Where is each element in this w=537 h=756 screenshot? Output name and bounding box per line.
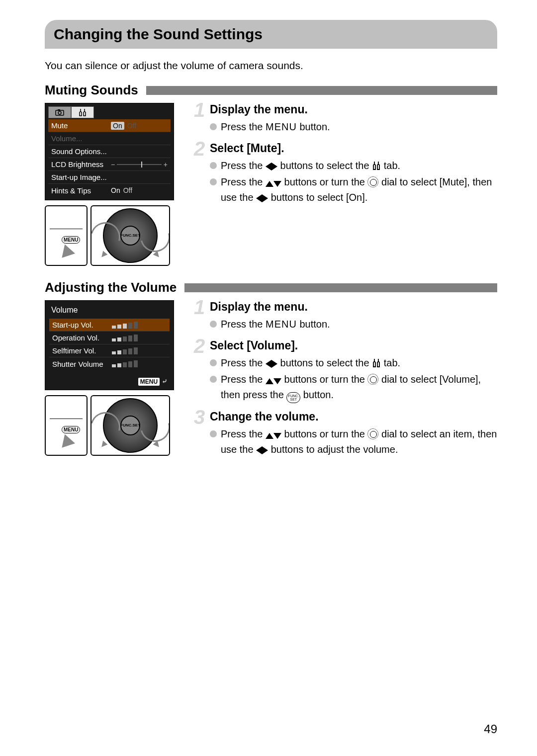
step-title: Select [Mute]. <box>210 142 497 155</box>
menu-text-icon: MENU <box>266 121 297 132</box>
step-title: Display the menu. <box>210 300 497 314</box>
lcd-row: LCD Brightness−+ <box>48 158 171 171</box>
volume-bars <box>112 360 138 367</box>
bullet-text: Press the MENU button. <box>221 317 330 332</box>
volume-bars <box>112 347 138 354</box>
lcd-row-label: Start-up Vol. <box>52 321 112 329</box>
menu-text-icon: MENU <box>266 319 297 330</box>
instruction-step: 1Display the menu.Press the MENU button. <box>197 300 497 332</box>
menu-back: MENU ⤶ <box>49 377 170 386</box>
tab-camera-icon <box>48 106 71 118</box>
left-right-icon <box>256 445 268 455</box>
arrow-up-icon <box>58 432 75 447</box>
svg-rect-2 <box>58 109 60 111</box>
instruction-step: 2Select [Volume].Press the buttons to se… <box>197 339 497 403</box>
lcd-row: Shutter Volume <box>49 357 170 370</box>
control-dial-illustration: FUNC.SET <box>90 395 170 456</box>
lcd-row: Start-up Vol. <box>49 319 170 332</box>
up-down-icon <box>266 431 281 441</box>
tools-icon <box>372 358 381 368</box>
step-bullet: Press the MENU button. <box>210 317 497 332</box>
step-number: 2 <box>194 335 205 357</box>
control-dial-illustration: FUNC.SET <box>90 205 170 266</box>
section-divider-bar <box>146 86 497 95</box>
section2-title: Adjusting the Volume <box>45 280 177 295</box>
section-divider-bar <box>184 283 497 292</box>
lcd-row-label: Start-up Image... <box>51 173 111 181</box>
step-bullet: Press the buttons or turn the dial to se… <box>210 174 497 205</box>
lcd-row-value: OnOff <box>111 186 132 194</box>
instruction-step: 3Change the volume.Press the buttons or … <box>197 410 497 457</box>
brightness-slider: −+ <box>111 162 168 168</box>
step-title: Display the menu. <box>210 103 497 116</box>
lcd-row-label: LCD Brightness <box>51 160 111 168</box>
bullet-text: Press the buttons or turn the dial to se… <box>221 426 497 457</box>
arrow-up-icon <box>58 242 75 257</box>
control-dial-icon <box>367 176 378 187</box>
instruction-step: 1Display the menu.Press the MENU button. <box>197 103 497 135</box>
step-number: 2 <box>194 138 205 160</box>
lcd-row: Sound Options... <box>48 145 171 158</box>
step-bullet: Press the MENU button. <box>210 119 497 135</box>
step-number: 1 <box>194 99 205 121</box>
control-dial-icon <box>367 428 378 439</box>
step-bullet: Press the buttons or turn the dial to se… <box>210 372 497 403</box>
volume-title: Volume <box>51 306 170 315</box>
up-down-icon <box>266 376 281 386</box>
page-title: Changing the Sound Settings <box>45 20 497 49</box>
step-number: 1 <box>194 296 205 319</box>
bullet-icon <box>210 359 217 366</box>
lcd-row-label: Hints & Tips <box>51 186 111 195</box>
step-bullet: Press the buttons to select the tab. <box>210 158 497 173</box>
bullet-text: Press the buttons or turn the dial to se… <box>221 372 497 403</box>
left-right-icon <box>266 359 277 369</box>
step-title: Select [Volume]. <box>210 339 497 352</box>
volume-bars <box>112 322 138 329</box>
bullet-icon <box>210 430 217 437</box>
lcd-row-label: Shutter Volume <box>52 360 112 368</box>
tab-tools-icon <box>71 106 94 118</box>
bullet-icon <box>210 123 217 130</box>
lcd-row: Start-up Image... <box>48 171 171 184</box>
bullet-icon <box>210 376 217 383</box>
lcd-row-label: Sound Options... <box>51 147 111 156</box>
lcd-row-label: Mute <box>51 121 111 130</box>
func-set-icon: FUNC.SET <box>286 392 300 403</box>
tools-icon <box>372 161 381 170</box>
lcd-row: Volume... <box>48 132 171 145</box>
bullet-icon <box>210 162 217 169</box>
camera-lcd-settings: MuteOnOffVolume...Sound Options...LCD Br… <box>45 103 174 200</box>
menu-button-illustration: MENU <box>45 205 88 266</box>
intro-text: You can silence or adjust the volume of … <box>45 60 497 72</box>
lcd-row-label: Volume... <box>51 134 111 143</box>
bullet-text: Press the MENU button. <box>221 119 330 135</box>
lcd-row-label: Operation Vol. <box>52 334 112 342</box>
bullet-text: Press the buttons to select the tab. <box>221 355 400 371</box>
section-heading-row: Muting Sounds <box>45 83 497 98</box>
bullet-icon <box>210 178 217 185</box>
left-right-icon <box>256 193 268 203</box>
step-number: 3 <box>194 406 205 428</box>
lcd-row: Operation Vol. <box>49 332 170 344</box>
svg-point-1 <box>58 111 61 114</box>
lcd-row-value: OnOff <box>111 122 136 130</box>
up-down-icon <box>266 179 281 189</box>
control-dial-icon <box>367 374 378 385</box>
bullet-text: Press the buttons or turn the dial to se… <box>221 174 497 205</box>
step-title: Change the volume. <box>210 410 497 423</box>
step-bullet: Press the buttons to select the tab. <box>210 355 497 371</box>
section-heading-row: Adjusting the Volume <box>45 280 497 295</box>
bullet-text: Press the buttons to select the tab. <box>221 158 400 173</box>
left-right-icon <box>266 162 277 171</box>
lcd-row: Hints & TipsOnOff <box>48 184 171 197</box>
volume-bars <box>112 335 138 341</box>
lcd-row: Selftimer Vol. <box>49 344 170 357</box>
page-number: 49 <box>484 722 497 736</box>
func-set-center: FUNC.SET <box>120 226 140 246</box>
instruction-step: 2Select [Mute].Press the buttons to sele… <box>197 142 497 205</box>
lcd-row-label: Selftimer Vol. <box>52 346 112 355</box>
lcd-row: MuteOnOff <box>48 119 171 132</box>
func-set-center: FUNC.SET <box>120 416 140 435</box>
menu-button-illustration: MENU <box>45 395 88 456</box>
section1-title: Muting Sounds <box>45 83 138 98</box>
